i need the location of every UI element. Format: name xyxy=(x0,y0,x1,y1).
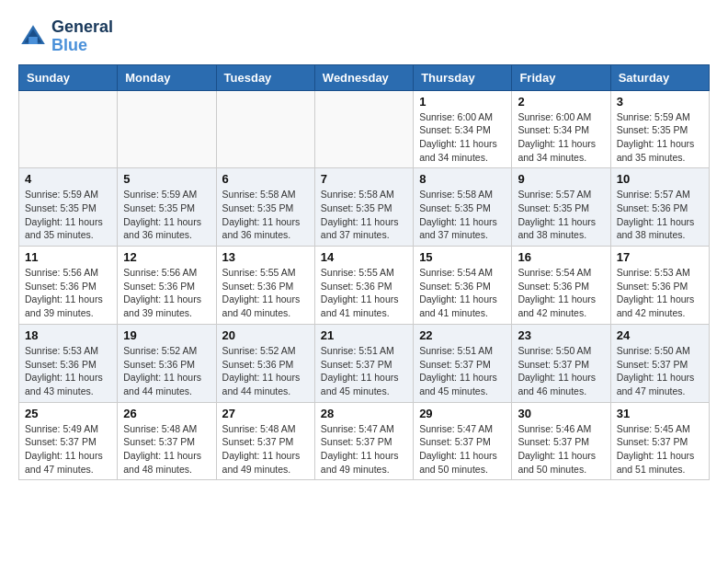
day-number: 20 xyxy=(222,328,309,342)
day-info: Sunrise: 5:53 AMSunset: 5:36 PMDaylight:… xyxy=(617,266,703,320)
calendar-cell: 12Sunrise: 5:56 AMSunset: 5:36 PMDayligh… xyxy=(118,247,216,325)
calendar-cell: 23Sunrise: 5:50 AMSunset: 5:37 PMDayligh… xyxy=(512,324,610,402)
col-header-thursday: Thursday xyxy=(414,64,512,90)
day-number: 16 xyxy=(518,250,604,264)
day-info: Sunrise: 5:50 AMSunset: 5:37 PMDaylight:… xyxy=(617,344,703,398)
calendar-cell: 17Sunrise: 5:53 AMSunset: 5:36 PMDayligh… xyxy=(610,247,709,325)
calendar-cell: 3Sunrise: 5:59 AMSunset: 5:35 PMDaylight… xyxy=(610,90,709,168)
day-number: 4 xyxy=(25,172,111,186)
day-number: 22 xyxy=(419,328,506,342)
day-info: Sunrise: 5:55 AMSunset: 5:36 PMDaylight:… xyxy=(222,266,309,320)
day-number: 15 xyxy=(419,250,506,264)
col-header-sunday: Sunday xyxy=(19,64,118,90)
calendar-cell: 25Sunrise: 5:49 AMSunset: 5:37 PMDayligh… xyxy=(19,402,118,480)
day-info: Sunrise: 6:00 AMSunset: 5:34 PMDaylight:… xyxy=(419,110,506,165)
day-info: Sunrise: 5:45 AMSunset: 5:37 PMDaylight:… xyxy=(617,422,703,477)
day-info: Sunrise: 5:47 AMSunset: 5:37 PMDaylight:… xyxy=(419,422,506,477)
day-info: Sunrise: 5:58 AMSunset: 5:35 PMDaylight:… xyxy=(321,188,407,242)
day-info: Sunrise: 5:47 AMSunset: 5:37 PMDaylight:… xyxy=(321,422,407,477)
calendar-cell: 9Sunrise: 5:57 AMSunset: 5:35 PMDaylight… xyxy=(512,168,610,247)
day-number: 7 xyxy=(321,172,407,186)
day-info: Sunrise: 5:52 AMSunset: 5:36 PMDaylight:… xyxy=(222,344,309,398)
day-number: 24 xyxy=(617,328,703,342)
day-number: 13 xyxy=(222,250,309,264)
calendar-cell: 14Sunrise: 5:55 AMSunset: 5:36 PMDayligh… xyxy=(314,247,413,325)
calendar-cell: 7Sunrise: 5:58 AMSunset: 5:35 PMDaylight… xyxy=(314,168,413,247)
calendar-cell: 30Sunrise: 5:46 AMSunset: 5:37 PMDayligh… xyxy=(512,402,610,480)
day-number: 12 xyxy=(123,250,210,264)
calendar-cell: 4Sunrise: 5:59 AMSunset: 5:35 PMDaylight… xyxy=(19,168,118,247)
day-number: 1 xyxy=(419,95,506,109)
day-info: Sunrise: 5:51 AMSunset: 5:37 PMDaylight:… xyxy=(419,344,506,398)
day-number: 21 xyxy=(321,328,407,342)
day-info: Sunrise: 5:54 AMSunset: 5:36 PMDaylight:… xyxy=(518,266,604,320)
calendar-cell xyxy=(118,90,216,168)
day-info: Sunrise: 5:53 AMSunset: 5:36 PMDaylight:… xyxy=(25,344,111,398)
day-info: Sunrise: 5:59 AMSunset: 5:35 PMDaylight:… xyxy=(617,110,703,165)
day-info: Sunrise: 5:59 AMSunset: 5:35 PMDaylight:… xyxy=(123,188,210,242)
svg-rect-2 xyxy=(28,37,38,44)
calendar-cell: 20Sunrise: 5:52 AMSunset: 5:36 PMDayligh… xyxy=(216,324,314,402)
calendar-cell: 18Sunrise: 5:53 AMSunset: 5:36 PMDayligh… xyxy=(19,324,118,402)
calendar-cell: 6Sunrise: 5:58 AMSunset: 5:35 PMDaylight… xyxy=(216,168,314,247)
logo-text: General Blue xyxy=(51,18,113,55)
col-header-wednesday: Wednesday xyxy=(314,64,413,90)
col-header-tuesday: Tuesday xyxy=(216,64,314,90)
logo: General Blue xyxy=(18,18,113,55)
day-info: Sunrise: 5:49 AMSunset: 5:37 PMDaylight:… xyxy=(25,422,111,477)
day-number: 19 xyxy=(123,328,210,342)
page-header: General Blue xyxy=(18,18,710,55)
day-info: Sunrise: 5:57 AMSunset: 5:36 PMDaylight:… xyxy=(617,188,703,242)
day-number: 8 xyxy=(419,172,506,186)
day-number: 17 xyxy=(617,250,703,264)
day-info: Sunrise: 5:55 AMSunset: 5:36 PMDaylight:… xyxy=(321,266,407,320)
calendar-cell: 16Sunrise: 5:54 AMSunset: 5:36 PMDayligh… xyxy=(512,247,610,325)
day-number: 29 xyxy=(419,407,506,420)
calendar-cell: 28Sunrise: 5:47 AMSunset: 5:37 PMDayligh… xyxy=(314,402,413,480)
calendar-cell: 2Sunrise: 6:00 AMSunset: 5:34 PMDaylight… xyxy=(512,90,610,168)
calendar-cell: 10Sunrise: 5:57 AMSunset: 5:36 PMDayligh… xyxy=(610,168,709,247)
calendar-cell: 26Sunrise: 5:48 AMSunset: 5:37 PMDayligh… xyxy=(118,402,216,480)
day-number: 25 xyxy=(25,407,111,420)
calendar-cell: 24Sunrise: 5:50 AMSunset: 5:37 PMDayligh… xyxy=(610,324,709,402)
calendar-cell: 11Sunrise: 5:56 AMSunset: 5:36 PMDayligh… xyxy=(19,247,118,325)
day-number: 30 xyxy=(518,407,604,420)
calendar-table: SundayMondayTuesdayWednesdayThursdayFrid… xyxy=(18,64,710,481)
day-number: 9 xyxy=(518,172,604,186)
day-info: Sunrise: 5:57 AMSunset: 5:35 PMDaylight:… xyxy=(518,188,604,242)
day-info: Sunrise: 6:00 AMSunset: 5:34 PMDaylight:… xyxy=(518,110,604,165)
day-info: Sunrise: 5:59 AMSunset: 5:35 PMDaylight:… xyxy=(25,188,111,242)
col-header-friday: Friday xyxy=(512,64,610,90)
calendar-cell xyxy=(314,90,413,168)
calendar-cell xyxy=(19,90,118,168)
calendar-cell: 21Sunrise: 5:51 AMSunset: 5:37 PMDayligh… xyxy=(314,324,413,402)
calendar-cell: 22Sunrise: 5:51 AMSunset: 5:37 PMDayligh… xyxy=(414,324,512,402)
calendar-cell: 27Sunrise: 5:48 AMSunset: 5:37 PMDayligh… xyxy=(216,402,314,480)
day-info: Sunrise: 5:52 AMSunset: 5:36 PMDaylight:… xyxy=(123,344,210,398)
day-number: 23 xyxy=(518,328,604,342)
logo-icon xyxy=(18,22,48,52)
day-info: Sunrise: 5:50 AMSunset: 5:37 PMDaylight:… xyxy=(518,344,604,398)
day-number: 10 xyxy=(617,172,703,186)
calendar-cell: 13Sunrise: 5:55 AMSunset: 5:36 PMDayligh… xyxy=(216,247,314,325)
day-number: 26 xyxy=(123,407,210,420)
day-info: Sunrise: 5:48 AMSunset: 5:37 PMDaylight:… xyxy=(123,422,210,477)
day-number: 18 xyxy=(25,328,111,342)
day-info: Sunrise: 5:48 AMSunset: 5:37 PMDaylight:… xyxy=(222,422,309,477)
calendar-cell xyxy=(216,90,314,168)
day-number: 11 xyxy=(25,250,111,264)
calendar-cell: 8Sunrise: 5:58 AMSunset: 5:35 PMDaylight… xyxy=(414,168,512,247)
calendar-cell: 29Sunrise: 5:47 AMSunset: 5:37 PMDayligh… xyxy=(414,402,512,480)
day-info: Sunrise: 5:46 AMSunset: 5:37 PMDaylight:… xyxy=(518,422,604,477)
day-info: Sunrise: 5:56 AMSunset: 5:36 PMDaylight:… xyxy=(25,266,111,320)
day-info: Sunrise: 5:58 AMSunset: 5:35 PMDaylight:… xyxy=(419,188,506,242)
day-number: 31 xyxy=(617,407,703,420)
day-number: 5 xyxy=(123,172,210,186)
day-info: Sunrise: 5:56 AMSunset: 5:36 PMDaylight:… xyxy=(123,266,210,320)
day-number: 28 xyxy=(321,407,407,420)
day-number: 14 xyxy=(321,250,407,264)
calendar-cell: 5Sunrise: 5:59 AMSunset: 5:35 PMDaylight… xyxy=(118,168,216,247)
calendar-cell: 1Sunrise: 6:00 AMSunset: 5:34 PMDaylight… xyxy=(414,90,512,168)
col-header-monday: Monday xyxy=(118,64,216,90)
day-number: 2 xyxy=(518,95,604,109)
